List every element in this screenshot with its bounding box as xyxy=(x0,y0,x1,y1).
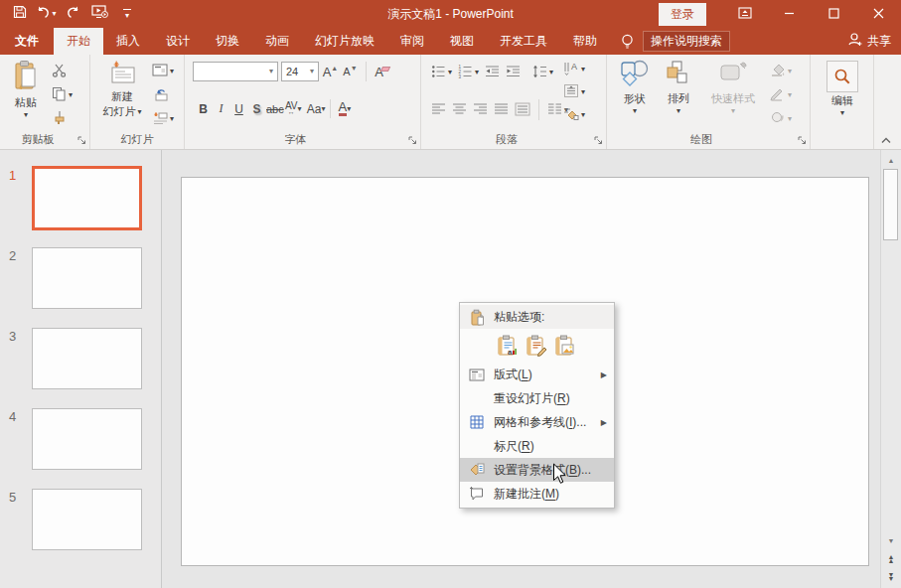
slide-thumbnail-3[interactable]: 3 xyxy=(0,328,161,389)
align-left-button[interactable] xyxy=(429,99,448,120)
next-slide-button[interactable]: ▼▼ xyxy=(881,569,901,585)
slide-thumbnail-image[interactable] xyxy=(32,408,142,470)
menu-item-format-background[interactable]: 设置背景格式(B)... xyxy=(460,458,614,482)
powerpoint-window: ▾ ▾ 演示文稿1 - PowerPoint 登录 xyxy=(0,0,901,588)
collapse-ribbon-button[interactable] xyxy=(877,133,895,147)
distribute-text-button[interactable] xyxy=(513,99,532,120)
double-up-icon: ▲▲ xyxy=(888,555,895,564)
paste-options-header: 粘贴选项: xyxy=(460,305,614,329)
new-slide-button[interactable]: 新建 幻灯片▾ xyxy=(97,60,147,118)
signin-button[interactable]: 登录 xyxy=(659,3,706,26)
layout-button[interactable]: ▾ xyxy=(150,61,176,81)
scroll-down-button[interactable]: ▼ xyxy=(881,532,901,548)
bullets-button[interactable]: ▾ xyxy=(429,62,454,82)
clipboard-dialog-launcher-icon[interactable] xyxy=(76,135,86,145)
shapes-button[interactable]: 形状 ▾ xyxy=(615,60,655,115)
reset-slide-button[interactable] xyxy=(150,84,176,105)
minimize-icon xyxy=(784,7,795,22)
tab-file[interactable]: 文件 xyxy=(0,28,54,55)
slide-thumbnail-1[interactable]: 1 xyxy=(0,167,161,228)
drawing-dialog-launcher-icon[interactable] xyxy=(797,135,807,145)
minimize-button[interactable] xyxy=(767,0,812,28)
paste-button[interactable]: 粘贴 ▾ xyxy=(6,60,46,119)
tab-animations[interactable]: 动画 xyxy=(252,28,302,55)
strikethrough-button[interactable]: abc xyxy=(266,99,284,118)
slide-thumbnail-image[interactable] xyxy=(32,489,142,550)
slide-thumbnail-image[interactable] xyxy=(32,166,142,230)
save-icon xyxy=(13,5,27,23)
tab-slideshow[interactable]: 幻灯片放映 xyxy=(302,28,387,55)
change-case-button[interactable]: Aa▾ xyxy=(307,99,326,118)
text-direction-button[interactable]: A ▾ xyxy=(561,59,587,79)
menu-item-grid-and-guides[interactable]: 网格和参考线(I)... ▶ xyxy=(460,410,614,434)
quick-styles-button[interactable]: 快速样式 ▾ xyxy=(702,60,764,115)
tab-review[interactable]: 审阅 xyxy=(387,28,437,55)
share-button[interactable]: 共享 xyxy=(846,28,891,55)
font-name-combobox[interactable]: ▾ xyxy=(193,62,278,81)
slide-thumbnail-5[interactable]: 5 xyxy=(0,489,161,550)
align-text-button[interactable]: ▾ xyxy=(561,81,587,102)
menu-item-new-comment[interactable]: 新建批注(M) xyxy=(460,482,614,506)
arrange-button[interactable]: 排列 ▾ xyxy=(659,60,698,115)
cut-button[interactable] xyxy=(50,61,75,81)
font-color-button[interactable]: A ▾ xyxy=(336,99,353,118)
shape-outline-button[interactable]: ▾ xyxy=(768,84,794,105)
maximize-button[interactable] xyxy=(812,0,856,28)
align-center-button[interactable] xyxy=(450,99,469,120)
paste-use-destination-theme-button[interactable]: a xyxy=(496,334,520,358)
tab-view[interactable]: 视图 xyxy=(437,28,487,55)
align-right-button[interactable] xyxy=(471,99,490,120)
tab-home[interactable]: 开始 xyxy=(54,28,103,55)
slide-thumbnail-image[interactable] xyxy=(32,247,142,309)
slide-thumbnail-4[interactable]: 4 xyxy=(0,408,161,470)
redo-button[interactable] xyxy=(60,2,86,26)
customize-qat-button[interactable]: ▾ xyxy=(113,2,140,26)
copy-button[interactable]: ▾ xyxy=(50,84,75,105)
shape-effects-button[interactable]: ▾ xyxy=(768,108,794,129)
menu-item-ruler[interactable]: 标尺(R) xyxy=(460,434,614,458)
underline-button[interactable]: U xyxy=(230,99,247,118)
ribbon-display-options-button[interactable] xyxy=(722,0,767,28)
tab-help[interactable]: 帮助 xyxy=(560,28,610,55)
decrease-indent-button[interactable] xyxy=(483,62,502,82)
font-size-combobox[interactable]: 24 ▾ xyxy=(281,62,319,81)
save-button[interactable] xyxy=(6,2,33,26)
clear-formatting-button[interactable]: A xyxy=(374,63,390,81)
menu-item-reset-slide[interactable]: 重设幻灯片(R) xyxy=(460,386,614,410)
bold-button[interactable]: B xyxy=(195,99,212,118)
paragraph-dialog-launcher-icon[interactable] xyxy=(593,135,603,145)
tab-developer[interactable]: 开发工具 xyxy=(487,28,560,55)
shrink-font-button[interactable]: A▼ xyxy=(342,63,359,81)
italic-button[interactable]: I xyxy=(213,99,229,118)
font-dialog-launcher-icon[interactable] xyxy=(407,135,417,145)
start-slideshow-button[interactable] xyxy=(86,2,113,26)
text-shadow-button[interactable]: S xyxy=(248,99,265,118)
scroll-up-button[interactable]: ▲ xyxy=(881,152,901,168)
dropdown-icon: ▾ xyxy=(676,107,680,115)
svg-text:3: 3 xyxy=(459,74,462,77)
format-painter-button[interactable] xyxy=(50,108,75,129)
increase-indent-button[interactable] xyxy=(504,62,523,82)
undo-button[interactable]: ▾ xyxy=(33,2,60,26)
justify-button[interactable] xyxy=(492,99,511,120)
paste-keep-source-formatting-button[interactable] xyxy=(525,334,548,358)
close-button[interactable] xyxy=(856,0,901,28)
convert-to-smartart-button[interactable]: ▾ xyxy=(561,104,587,125)
tab-transitions[interactable]: 切换 xyxy=(203,28,252,55)
line-spacing-button[interactable]: ▾ xyxy=(530,62,555,82)
shape-fill-button[interactable]: ▾ xyxy=(768,61,794,81)
section-button[interactable]: ▾ xyxy=(150,108,176,129)
editing-button[interactable]: 编辑 ▾ xyxy=(823,61,862,117)
numbering-button[interactable]: 123 ▾ xyxy=(456,62,481,82)
slide-thumbnail-image[interactable] xyxy=(32,328,142,389)
tab-design[interactable]: 设计 xyxy=(153,28,203,55)
slide-thumbnail-2[interactable]: 2 xyxy=(0,247,161,309)
tab-insert[interactable]: 插入 xyxy=(103,28,153,55)
scrollbar-thumb[interactable] xyxy=(883,169,898,240)
previous-slide-button[interactable]: ▲▲ xyxy=(881,551,901,567)
tell-me-search-input[interactable]: 操作说明搜索 xyxy=(643,31,730,52)
menu-item-layout[interactable]: 版式(L) ▶ xyxy=(460,363,614,386)
paste-picture-button[interactable] xyxy=(553,334,577,358)
grow-font-button[interactable]: A▲ xyxy=(322,63,339,81)
character-spacing-button[interactable]: AV↔ ▾ xyxy=(285,99,302,118)
